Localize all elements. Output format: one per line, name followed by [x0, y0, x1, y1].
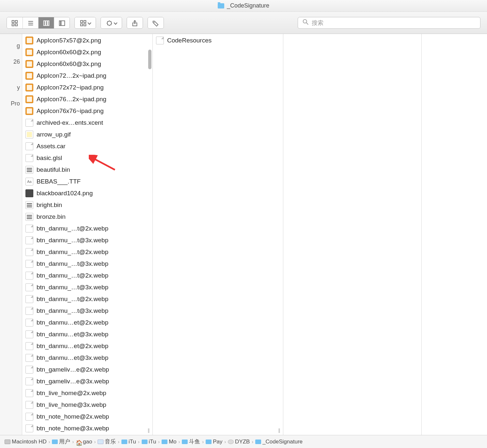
tags-button[interactable]: [148, 17, 164, 29]
file-row[interactable]: btn_danmu_…t@2x.webp: [22, 293, 152, 305]
view-gallery-button[interactable]: [54, 17, 70, 29]
file-name-label: AppIcon72…2x~ipad.png: [37, 72, 106, 79]
window-title: _CodeSignature: [227, 2, 269, 9]
blank-file-icon: [25, 142, 33, 150]
breadcrumb-item[interactable]: Macintosh HD: [5, 439, 47, 445]
gray-icon: [228, 440, 234, 444]
file-row[interactable]: btn_note_home@3x.webp: [22, 423, 152, 434]
file-row[interactable]: btn_danmu_…t@3x.webp: [22, 305, 152, 317]
share-button[interactable]: [127, 17, 143, 29]
file-name-label: beautiful.bin: [37, 166, 70, 173]
arrange-menu-wrap: [74, 17, 96, 29]
png-file-icon: [25, 48, 33, 56]
file-name-label: AppIcon57x57@2x.png: [37, 37, 101, 44]
breadcrumb-item[interactable]: 🏠gao: [76, 439, 92, 445]
breadcrumb-item[interactable]: 斗鱼: [182, 438, 200, 445]
file-row[interactable]: AppIcon72…2x~ipad.png: [22, 70, 152, 82]
file-row[interactable]: btn_danmu…et@3x.webp: [22, 328, 152, 340]
file-name-label: BEBAS___.TTF: [37, 178, 81, 185]
file-row[interactable]: AppIcon60x60@2x.png: [22, 46, 152, 58]
file-name-label: btn_live_home@2x.webp: [37, 390, 106, 397]
folder-icon: [142, 440, 148, 444]
file-row[interactable]: btn_danmu_…t@2x.webp: [22, 270, 152, 281]
file-row[interactable]: AppIcon76x76~ipad.png: [22, 105, 152, 117]
file-row[interactable]: bronze.bin: [22, 211, 152, 223]
file-name-label: bronze.bin: [37, 213, 66, 220]
file-row[interactable]: BEBAS___.TTF: [22, 176, 152, 187]
file-row[interactable]: btn_note_home@2x.webp: [22, 411, 152, 423]
file-row[interactable]: btn_danmu_…t@3x.webp: [22, 234, 152, 246]
breadcrumb-label: 斗鱼: [189, 438, 200, 445]
file-row[interactable]: archived-ex…ents.xcent: [22, 117, 152, 129]
breadcrumb-item[interactable]: Mo: [162, 439, 177, 445]
file-row[interactable]: basic.glsl: [22, 152, 152, 164]
file-name-label: btn_danmu_…t@3x.webp: [37, 307, 108, 314]
svg-rect-1: [15, 20, 17, 22]
blank-file-icon: [25, 319, 33, 327]
svg-rect-10: [59, 21, 60, 25]
file-row[interactable]: btn_live_home@2x.webp: [22, 387, 152, 399]
svg-rect-2: [12, 24, 14, 25]
svg-line-20: [306, 23, 308, 25]
file-name-label: btn_danmu_…t@3x.webp: [37, 237, 108, 244]
view-list-button[interactable]: [23, 17, 38, 29]
file-row[interactable]: btn_danmu_…t@3x.webp: [22, 258, 152, 270]
column-3: [283, 34, 422, 435]
file-row[interactable]: btn_danmu…et@2x.webp: [22, 340, 152, 352]
file-row[interactable]: bright.bin: [22, 199, 152, 211]
file-row[interactable]: btn_gameliv…e@3x.webp: [22, 376, 152, 387]
breadcrumb-item[interactable]: DYZB: [228, 439, 250, 445]
file-name-label: Assets.car: [37, 143, 66, 150]
file-list-col2[interactable]: CodeResources: [153, 34, 283, 435]
file-row[interactable]: Assets.car: [22, 140, 152, 152]
search-input[interactable]: 搜索: [298, 17, 480, 29]
breadcrumb-item[interactable]: 用户: [52, 438, 70, 445]
file-name-label: btn_danmu_…t@3x.webp: [37, 260, 108, 267]
view-column-button[interactable]: [38, 17, 54, 29]
file-row[interactable]: beautiful.bin: [22, 164, 152, 176]
file-row[interactable]: btn_danmu_…t@3x.webp: [22, 281, 152, 293]
action-menu-button[interactable]: [101, 17, 122, 29]
breadcrumb-item[interactable]: 音乐: [98, 438, 116, 445]
png-file-icon: [25, 107, 33, 115]
file-row[interactable]: btn_danmu_…t@2x.webp: [22, 223, 152, 234]
file-row[interactable]: btn_danmu…et@3x.webp: [22, 352, 152, 364]
path-bar: Macintosh HD›用户›🏠gao›音乐›iTu›iTu›Mo›斗鱼›Pa…: [0, 435, 487, 448]
file-row[interactable]: btn_gameliv…e@2x.webp: [22, 364, 152, 376]
breadcrumb-item[interactable]: iTu: [121, 439, 136, 445]
file-row[interactable]: blackboard1024.png: [22, 187, 152, 199]
file-row[interactable]: AppIcon76…2x~ipad.png: [22, 93, 152, 105]
view-icon-button[interactable]: [7, 17, 23, 29]
breadcrumb-item[interactable]: _CodeSignature: [255, 439, 303, 445]
tags-wrap: [148, 17, 164, 29]
file-row[interactable]: CodeResources: [153, 35, 283, 46]
breadcrumb-item[interactable]: Pay: [206, 439, 222, 445]
file-name-label: AppIcon76x76~ipad.png: [37, 107, 103, 115]
toolbar: 搜索: [0, 12, 487, 34]
file-row[interactable]: AppIcon57x57@2x.png: [22, 35, 152, 46]
view-mode-segmented: [7, 17, 70, 29]
scrollbar-thumb[interactable]: [148, 50, 151, 69]
breadcrumb-item[interactable]: iTu: [142, 439, 156, 445]
file-name-label: btn_gameliv…e@3x.webp: [37, 378, 109, 385]
file-row[interactable]: AppIcon60x60@3x.png: [22, 58, 152, 70]
file-name-label: btn_danmu_…t@2x.webp: [37, 248, 108, 256]
file-row[interactable]: btn_live_home@3x.webp: [22, 399, 152, 411]
png-file-icon: [25, 95, 33, 103]
file-row[interactable]: btn_danmu_…t@2x.webp: [22, 246, 152, 258]
music-icon: [98, 440, 103, 444]
file-row[interactable]: arrow_up.gif: [22, 129, 152, 140]
breadcrumb-separator: ›: [47, 439, 52, 444]
arrange-menu-button[interactable]: [75, 17, 96, 29]
folder-icon: [218, 3, 224, 8]
gif-file-icon: [25, 131, 33, 138]
window-titlebar: _CodeSignature: [0, 0, 487, 12]
png-file-icon: [25, 60, 33, 68]
file-row[interactable]: btn_danmu…et@2x.webp: [22, 317, 152, 328]
column-resize-handle[interactable]: ‖: [148, 428, 150, 433]
blank-file-icon: [25, 342, 33, 350]
file-row[interactable]: AppIcon72x72~ipad.png: [22, 82, 152, 93]
column-resize-handle[interactable]: ‖: [278, 428, 281, 433]
svg-rect-14: [81, 24, 83, 25]
file-list-col1[interactable]: AppIcon57x57@2x.pngAppIcon60x60@2x.pngAp…: [22, 34, 152, 435]
